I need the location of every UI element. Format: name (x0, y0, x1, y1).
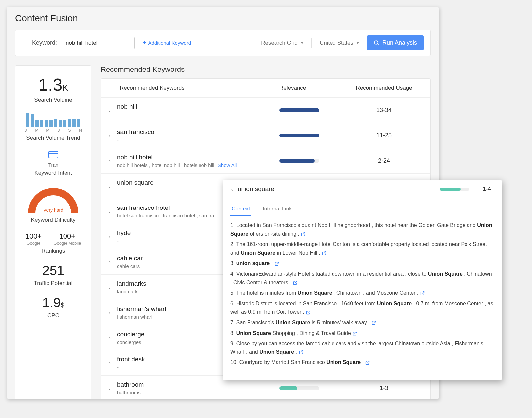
chevron-right-icon[interactable]: › (109, 209, 117, 214)
rankings-label: Rankings (19, 248, 87, 254)
run-analysis-button[interactable]: Run Analysis (367, 35, 424, 50)
chevron-right-icon[interactable]: › (109, 259, 117, 265)
sparkline-bar (63, 120, 66, 127)
context-item: 4. Victorian/Edwardian-style Hotel situa… (230, 270, 494, 287)
external-link-icon[interactable] (274, 261, 279, 266)
sparkline-bar (77, 119, 80, 127)
relevance-bar (279, 159, 319, 163)
keyword-name: bathroom (117, 381, 279, 388)
relevance-bar (279, 134, 319, 137)
context-item: 2. The 161-room upper-middle-range Hotel… (230, 240, 494, 257)
usage-value: 11-25 (346, 132, 422, 139)
sparkline-bar (59, 120, 62, 127)
context-item: 6. Historic District is located in San F… (230, 299, 494, 316)
table-header: Recommended Keywords Relevance Recommend… (101, 79, 430, 98)
keyword-variants: - (117, 112, 279, 117)
section-title: Recommended Keywords (101, 65, 431, 74)
research-grid-dropdown[interactable]: Research Grid (258, 38, 307, 48)
chevron-right-icon[interactable]: › (109, 158, 117, 164)
context-item: 9. Close by you can access the famed cab… (230, 339, 494, 356)
chevron-right-icon[interactable]: › (109, 184, 117, 189)
sparkline-bar (68, 119, 71, 127)
context-item: 1. Located in San Francisco's quaint Nob… (230, 221, 494, 238)
show-all-link[interactable]: Show All (218, 162, 237, 168)
sparkline-bar (26, 113, 29, 127)
toolbar: Keyword: + Additional Keyword Research G… (15, 30, 431, 56)
rank-google-value: 100+ (25, 232, 42, 241)
chevron-right-icon[interactable]: › (109, 133, 117, 138)
country-dropdown[interactable]: United States (316, 38, 362, 48)
sparkline-bar (31, 114, 34, 127)
chevron-down-icon[interactable]: ⌄ (230, 186, 234, 192)
chevron-right-icon[interactable]: › (109, 360, 117, 366)
search-volume-sparkline (19, 112, 87, 127)
table-row[interactable]: › nob hill hotel nob hill hotels , hotel… (101, 148, 430, 174)
keyword-variants: - (117, 137, 279, 143)
keyword-variants: bathrooms (117, 390, 279, 395)
sparkline-labels: JMMJSN (19, 128, 87, 133)
chevron-right-icon[interactable]: › (109, 285, 117, 290)
overlay-usage: 1-4 (483, 186, 491, 192)
sparkline-bar (40, 120, 43, 127)
chevron-right-icon[interactable]: › (109, 386, 117, 391)
context-item: 8. Union Square Shopping , Dining & Trav… (230, 329, 494, 338)
external-link-icon[interactable] (365, 360, 370, 365)
relevance-bar (279, 108, 319, 112)
credit-card-icon (19, 150, 87, 161)
table-row[interactable]: › san francisco - 11-25 (101, 123, 430, 148)
difficulty-label: Keyword Difficulty (19, 217, 87, 223)
usage-value: 2-24 (346, 157, 422, 164)
overlay-header: ⌄ union square 1-4 (223, 180, 502, 196)
keyword-input[interactable] (62, 37, 135, 49)
divider (311, 38, 312, 48)
external-link-icon[interactable] (322, 251, 327, 256)
svg-line-1 (377, 44, 379, 45)
context-item: 5. The hotel is minutes from Union Squar… (230, 289, 494, 297)
external-link-icon[interactable] (352, 331, 357, 336)
page-title: Content Fusion (15, 13, 431, 24)
traffic-value: 251 (19, 263, 87, 278)
context-item: 7. San Francisco's Union Square is 5 min… (230, 318, 494, 327)
external-link-icon[interactable] (371, 320, 376, 325)
keyword-detail-overlay: ⌄ union square 1-4 - Context Internal Li… (223, 180, 502, 380)
add-keyword-link[interactable]: + Additional Keyword (143, 39, 191, 46)
external-link-icon[interactable] (293, 280, 298, 285)
context-list: 1. Located in San Francisco's quaint Nob… (223, 216, 502, 373)
cpc-label: CPC (19, 312, 87, 319)
search-icon (374, 40, 380, 46)
svg-point-0 (374, 41, 378, 44)
cpc-value: 1.9$ (19, 295, 87, 310)
search-volume-value: 1.3K (19, 75, 87, 95)
traffic-label: Traffic Potential (19, 280, 87, 287)
rank-mobile-label: Google Mobile (54, 241, 81, 246)
chevron-right-icon[interactable]: › (109, 108, 117, 113)
col-relevance: Relevance (279, 85, 346, 91)
external-link-icon[interactable] (420, 291, 425, 296)
external-link-icon[interactable] (306, 310, 311, 315)
sparkline-bar (49, 120, 53, 127)
keyword-name: san francisco (117, 128, 279, 136)
external-link-icon[interactable] (301, 232, 306, 237)
keyword-label: Keyword: (32, 39, 57, 46)
search-volume-label: Search Volume (19, 97, 87, 103)
sparkline-bar (35, 120, 39, 127)
chevron-right-icon[interactable]: › (109, 234, 117, 239)
tab-internal-link[interactable]: Internal Link (261, 203, 293, 216)
tab-context[interactable]: Context (230, 203, 251, 216)
external-link-icon[interactable] (299, 350, 304, 355)
table-row[interactable]: › nob hill - 13-34 (101, 98, 430, 123)
col-usage: Recommended Usage (346, 85, 422, 91)
chevron-right-icon[interactable]: › (109, 335, 117, 341)
overlay-tabs: Context Internal Link (223, 203, 502, 216)
sparkline-bar (54, 119, 57, 127)
context-item: 3. union square . (230, 259, 494, 268)
chevron-right-icon[interactable]: › (109, 310, 117, 315)
overlay-sub: - (223, 194, 502, 199)
rankings-row: 100+ Google 100+ Google Mobile (19, 232, 87, 246)
context-item: 10. Courtyard by Marriott San Francisco … (230, 358, 494, 367)
stats-sidebar: 1.3K Search Volume JMMJSN Search Volume … (15, 65, 91, 399)
usage-value: 13-34 (346, 107, 422, 114)
svg-rect-2 (49, 151, 58, 158)
rank-mobile-value: 100+ (54, 232, 81, 241)
plus-icon: + (143, 39, 146, 46)
